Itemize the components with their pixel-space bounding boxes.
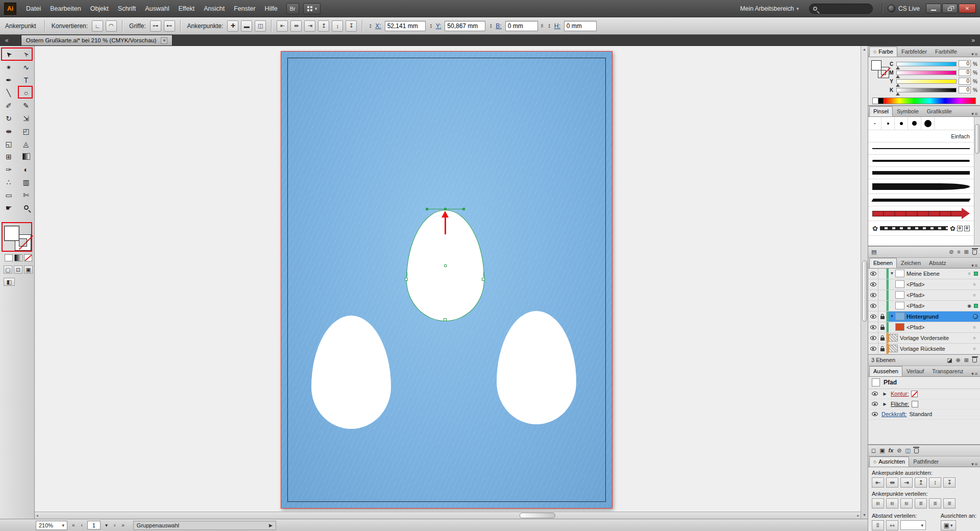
align-right-button[interactable]: ⇥ (900, 477, 913, 488)
visibility-eye-icon[interactable] (868, 333, 878, 343)
column-graph-tool[interactable]: ▥ (17, 176, 35, 188)
twirl-closed-icon[interactable]: ▶ (881, 392, 888, 396)
slider-marker-icon[interactable] (896, 75, 900, 78)
delete-item-icon[interactable] (914, 448, 919, 453)
black-swatch[interactable] (878, 98, 884, 104)
black-slider[interactable] (896, 88, 957, 92)
stroke-link[interactable]: Kontur: (891, 391, 909, 397)
align-vertical-center-button[interactable]: ↕ (332, 20, 343, 32)
show-handles-button[interactable]: ⊶ (150, 20, 161, 32)
width-stepper[interactable]: ▴▾ (490, 23, 492, 29)
search-input[interactable] (809, 4, 873, 14)
panel-menu-icon[interactable]: ▾ ≡ (969, 371, 980, 376)
collapse-panels-icon[interactable]: » (966, 35, 980, 45)
layer-thumbnail[interactable] (895, 270, 904, 277)
line-tool[interactable]: ╲ (0, 86, 17, 99)
artboard[interactable] (281, 51, 612, 509)
document-tab[interactable]: Ostern Grußkarte.ai* bei 210 % (CMYK/Vor… (21, 35, 173, 45)
align-left-button[interactable]: ⇤ (277, 20, 288, 32)
fill-swatch[interactable] (912, 401, 918, 407)
new-layer-icon[interactable]: ⊞ (964, 357, 969, 363)
status-menu-icon[interactable]: ▶ (269, 523, 273, 528)
brush-item[interactable] (868, 179, 974, 194)
convert-to-corner-button[interactable]: ∟ (92, 20, 103, 32)
tab-farbhilfe[interactable]: Farbhilfe (931, 46, 961, 57)
yellow-slider[interactable] (896, 79, 957, 84)
layer-row-meine-ebene[interactable]: ▼ Meine Ebene ○ (868, 269, 980, 279)
opacity-link[interactable]: Deckkraft: (881, 411, 907, 417)
selection-tool[interactable]: ➤ (0, 48, 17, 61)
visibility-eye-icon[interactable] (871, 412, 879, 416)
width-tool[interactable]: ⇼ (0, 125, 17, 137)
direct-selection-tool[interactable]: ➢ (17, 48, 35, 61)
slider-marker-icon[interactable] (896, 66, 900, 69)
symbol-sprayer-tool[interactable]: ∴ (0, 176, 17, 188)
y-label[interactable]: Y: (436, 22, 442, 30)
white-swatch[interactable] (873, 98, 878, 104)
new-fill-icon[interactable]: ▣ (879, 448, 885, 453)
tab-symbole[interactable]: Symbole (893, 106, 923, 116)
add-anchor-button[interactable]: ✚ (227, 20, 238, 32)
yellow-value[interactable]: 0 (959, 78, 971, 85)
layer-name[interactable]: <Pfad> (906, 324, 971, 330)
brush-item[interactable] (908, 117, 921, 130)
fill-indicator[interactable] (871, 60, 881, 70)
tab-zeichen[interactable]: Zeichen (897, 258, 925, 268)
paintbrush-tool[interactable]: ✐ (0, 99, 17, 112)
cyan-slider[interactable] (896, 62, 957, 66)
fill-stroke-swatches[interactable] (4, 226, 31, 250)
visibility-eye-icon[interactable] (871, 402, 879, 406)
layer-row-pfad-selected-art[interactable]: <Pfad> ◉ (868, 301, 980, 311)
canvas[interactable]: ◂ ▸ (35, 46, 861, 519)
arrange-documents-button[interactable]: ▾ (303, 3, 321, 14)
close-button[interactable]: ✕ (959, 4, 976, 13)
tab-grafikstile[interactable]: Grafikstile (923, 106, 956, 116)
zoom-level-combo[interactable]: 210% ▾ (36, 521, 67, 530)
lasso-tool[interactable]: ∿ (17, 61, 35, 74)
vertical-scroll-thumb[interactable] (862, 260, 867, 322)
hand-tool[interactable]: ☛ (0, 201, 17, 214)
handle-end-right[interactable] (462, 208, 465, 210)
bridge-button[interactable]: Br (286, 3, 299, 14)
cyan-value[interactable]: 0 (959, 60, 971, 67)
horizontal-scrollbar[interactable]: ◂ ▸ (35, 512, 861, 519)
layer-name[interactable]: Vorlage Vorderseite (900, 335, 971, 341)
layer-row-pfad[interactable]: <Pfad> ○ (868, 290, 980, 301)
menu-auswahl[interactable]: Auswahl (140, 0, 174, 17)
restore-button[interactable] (942, 4, 958, 13)
twirl-open-icon[interactable]: ▼ (889, 314, 895, 319)
align-top-button[interactable]: ↥ (318, 20, 329, 32)
screen-mode-button[interactable]: ◧ (4, 278, 15, 286)
fill-link[interactable]: Fläche: (891, 401, 909, 407)
target-selected-icon[interactable]: ◉ (966, 303, 973, 308)
tab-aussehen[interactable]: Aussehen (869, 366, 902, 376)
lock-icon[interactable] (878, 322, 887, 332)
twirl-closed-icon[interactable]: ▶ (881, 402, 888, 406)
menu-fenster[interactable]: Fenster (229, 0, 260, 17)
brush-item[interactable] (881, 117, 895, 130)
cs-live-button[interactable]: CS Live (898, 5, 920, 12)
menu-hilfe[interactable]: Hilfe (260, 0, 282, 17)
template-thumbnail[interactable] (889, 345, 898, 352)
spacing-value-combo[interactable]: ▾ (900, 520, 926, 530)
scroll-up-icon[interactable]: ▲ (863, 46, 866, 53)
layer-row-vorlage-rueckseite[interactable]: Vorlage Rückseite ○ (868, 344, 980, 354)
status-display[interactable]: Gruppenauswahl ▶ (133, 521, 276, 530)
perspective-grid-tool[interactable]: ◬ (17, 137, 35, 150)
target-applied-icon[interactable] (973, 314, 978, 319)
brush-item[interactable] (921, 117, 935, 130)
tab-ebenen[interactable]: Ebenen (869, 258, 897, 268)
width-label[interactable]: B: (496, 22, 501, 30)
distribute-vcenter-button[interactable]: ≡ (886, 498, 898, 509)
slice-tool[interactable]: ✄ (17, 188, 35, 201)
menu-effekt[interactable]: Effekt (174, 0, 199, 17)
layer-thumbnail[interactable] (895, 312, 904, 320)
tab-verlauf[interactable]: Verlauf (902, 366, 928, 376)
tab-absatz[interactable]: Absatz (925, 258, 950, 268)
lock-cell[interactable] (878, 269, 887, 279)
artboard-tool[interactable]: ▭ (0, 188, 17, 201)
height-field[interactable] (564, 21, 597, 31)
horizontal-scroll-thumb[interactable] (520, 513, 555, 518)
lock-icon[interactable] (878, 311, 887, 322)
last-page-button[interactable]: » (120, 522, 126, 528)
